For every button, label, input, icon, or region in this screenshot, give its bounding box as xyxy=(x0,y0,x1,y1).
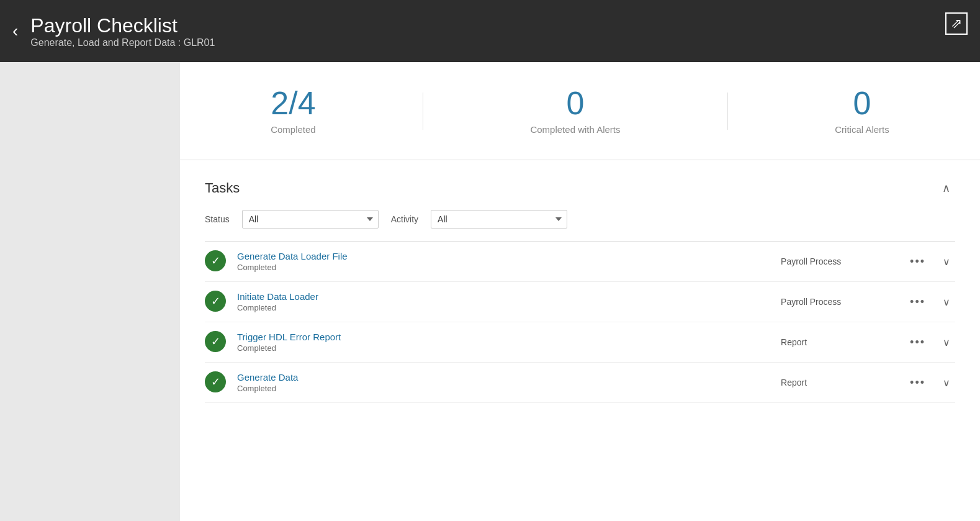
task-activity: Payroll Process xyxy=(781,297,905,307)
stat-critical-label: Critical Alerts xyxy=(835,124,889,135)
stat-completed-number: 2/4 xyxy=(271,87,315,119)
tasks-collapse-button[interactable]: ∧ xyxy=(937,179,955,197)
tasks-section: Tasks ∧ Status All Completed In Progress… xyxy=(180,160,980,422)
task-expand-button[interactable]: ∨ xyxy=(938,253,955,270)
page-subtitle: Generate, Load and Report Data : GLR01 xyxy=(30,37,215,48)
task-expand-button[interactable]: ∨ xyxy=(938,294,955,310)
task-status-text: Completed xyxy=(237,303,781,312)
stat-completed-label: Completed xyxy=(271,124,316,135)
tasks-header: Tasks ∧ xyxy=(205,179,955,197)
task-list: ✓ Generate Data Loader File Completed Pa… xyxy=(205,241,955,403)
task-status-icon: ✓ xyxy=(205,291,227,313)
expand-button[interactable]: ⇗ xyxy=(945,12,968,35)
task-activity: Payroll Process xyxy=(781,256,905,266)
task-status-text: Completed xyxy=(237,343,781,353)
stat-completed: 2/4 Completed xyxy=(271,87,316,135)
check-circle-icon: ✓ xyxy=(205,371,226,392)
page-title: Payroll Checklist xyxy=(30,14,215,37)
task-actions: ••• ∨ xyxy=(905,374,955,392)
task-status-text: Completed xyxy=(237,263,781,272)
task-status-text: Completed xyxy=(237,384,781,393)
task-row: ✓ Generate Data Loader File Completed Pa… xyxy=(205,242,955,282)
task-info: Generate Data Loader File Completed xyxy=(237,251,781,272)
task-name[interactable]: Initiate Data Loader xyxy=(237,291,781,302)
tasks-title: Tasks xyxy=(205,180,240,196)
stat-alerts-number: 0 xyxy=(567,87,585,119)
task-expand-button[interactable]: ∨ xyxy=(938,374,955,391)
check-circle-icon: ✓ xyxy=(205,250,226,271)
filter-row: Status All Completed In Progress Not Sta… xyxy=(205,210,955,229)
task-actions: ••• ∨ xyxy=(905,253,955,271)
task-row: ✓ Trigger HDL Error Report Completed Rep… xyxy=(205,322,955,363)
task-name[interactable]: Trigger HDL Error Report xyxy=(237,332,781,342)
activity-filter-select[interactable]: All Payroll Process Report xyxy=(431,210,567,229)
stat-divider-1 xyxy=(423,93,423,130)
header-title-block: Payroll Checklist Generate, Load and Rep… xyxy=(30,14,215,48)
task-info: Generate Data Completed xyxy=(237,372,781,393)
task-info: Trigger HDL Error Report Completed xyxy=(237,332,781,353)
task-more-button[interactable]: ••• xyxy=(905,333,930,351)
app-header: ‹ Payroll Checklist Generate, Load and R… xyxy=(0,0,980,62)
task-name[interactable]: Generate Data xyxy=(237,372,781,383)
task-status-icon: ✓ xyxy=(205,331,227,353)
task-info: Initiate Data Loader Completed xyxy=(237,291,781,312)
task-actions: ••• ∨ xyxy=(905,333,955,351)
task-expand-button[interactable]: ∨ xyxy=(938,334,955,351)
task-name[interactable]: Generate Data Loader File xyxy=(237,251,781,261)
status-filter-select[interactable]: All Completed In Progress Not Started xyxy=(242,210,379,229)
stat-critical-alerts: 0 Critical Alerts xyxy=(835,87,889,135)
task-row: ✓ Initiate Data Loader Completed Payroll… xyxy=(205,282,955,322)
task-more-button[interactable]: ••• xyxy=(905,374,930,392)
main-layout: 2/4 Completed 0 Completed with Alerts 0 … xyxy=(0,62,980,521)
check-circle-icon: ✓ xyxy=(205,331,226,352)
task-activity: Report xyxy=(781,378,905,387)
task-status-icon: ✓ xyxy=(205,250,227,273)
task-actions: ••• ∨ xyxy=(905,293,955,311)
task-activity: Report xyxy=(781,337,905,347)
stat-alerts-label: Completed with Alerts xyxy=(530,124,620,135)
activity-filter-label: Activity xyxy=(391,214,418,224)
stat-critical-number: 0 xyxy=(853,87,871,119)
task-more-button[interactable]: ••• xyxy=(905,293,930,311)
task-row: ✓ Generate Data Completed Report ••• ∨ xyxy=(205,363,955,403)
stat-completed-alerts: 0 Completed with Alerts xyxy=(530,87,620,135)
status-filter-label: Status xyxy=(205,214,230,224)
sidebar xyxy=(0,62,180,521)
back-button[interactable]: ‹ xyxy=(12,22,18,40)
stat-divider-2 xyxy=(727,93,728,130)
content-area: 2/4 Completed 0 Completed with Alerts 0 … xyxy=(180,62,980,521)
task-more-button[interactable]: ••• xyxy=(905,253,930,271)
check-circle-icon: ✓ xyxy=(205,291,226,312)
stats-bar: 2/4 Completed 0 Completed with Alerts 0 … xyxy=(180,62,980,160)
task-status-icon: ✓ xyxy=(205,371,227,394)
